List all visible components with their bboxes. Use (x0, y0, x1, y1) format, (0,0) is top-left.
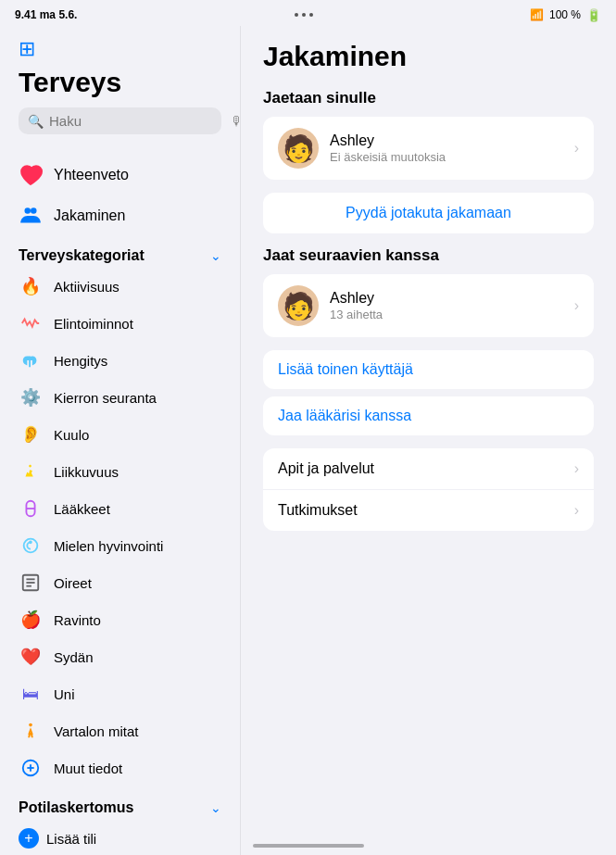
cycle-icon: ⚙️ (19, 385, 43, 409)
status-bar: 9.41 ma 5.6. 📶 100 % 🔋 (0, 0, 616, 26)
jaat-avatar: 🧑 (278, 285, 319, 326)
sidebar-top-icon-row: ⊞ (19, 37, 221, 61)
person-stand-icon (19, 719, 43, 743)
dot2 (302, 13, 306, 17)
jaat-card: 🧑 Ashley 13 aihetta › (263, 274, 594, 337)
mind-icon (19, 534, 43, 558)
sidebar-item-muut-tiedot[interactable]: Muut tiedot (0, 749, 240, 786)
fire-icon: 🔥 (19, 274, 43, 298)
persons-icon (19, 204, 43, 228)
sidebar-item-uni[interactable]: 🛏 Uni (0, 675, 240, 712)
sidebar-item-oireet[interactable]: Oireet (0, 564, 240, 601)
jaat-person-info: Ashley 13 aihetta (330, 290, 563, 321)
sidebar-header: ⊞ Terveys 🔍 🎙 (0, 26, 240, 155)
search-input[interactable] (49, 113, 225, 129)
apit-palvelut-chevron: › (574, 460, 579, 477)
jaat-chevron-right: › (574, 297, 579, 314)
dot3 (309, 13, 313, 17)
jaat-section-label: Jaat seuraavien kanssa (263, 246, 594, 265)
add-user-link-label: Lisää toinen käyttäjä (278, 361, 413, 378)
jakaminen-nav-label: Jakaminen (54, 207, 125, 224)
ravinto-label: Ravinto (54, 612, 101, 628)
muut-tiedot-label: Muut tiedot (54, 761, 122, 776)
kierron-seuranta-label: Kierron seuranta (54, 390, 157, 406)
liikkuvuus-label: Liikkuvuus (54, 464, 119, 480)
battery-label: 100 % (549, 8, 581, 21)
jaataan-avatar: 🧑 (278, 128, 319, 169)
wave-icon (19, 311, 43, 335)
uni-label: Uni (54, 686, 75, 702)
apit-palvelut-row[interactable]: Apit ja palvelut › (263, 448, 594, 490)
add-account-item[interactable]: + Lisää tili (0, 822, 240, 855)
wifi-icon: 📶 (530, 8, 544, 21)
jaataan-card: 🧑 Ashley Ei äskeisiä muutoksia › (263, 117, 594, 180)
sidebar-item-laakkeet[interactable]: Lääkkeet (0, 490, 240, 527)
pill-icon (19, 497, 43, 521)
bottom-links-card: Apit ja palvelut › Tutkimukset › (263, 448, 594, 531)
apple-icon: 🍎 (19, 608, 43, 632)
status-time: 9.41 ma 5.6. (15, 8, 77, 21)
sidebar-toggle-icon[interactable]: ⊞ (19, 37, 35, 60)
sidebar-item-ravinto[interactable]: 🍎 Ravinto (0, 601, 240, 638)
sidebar-item-sydan[interactable]: ❤️ Sydän (0, 638, 240, 675)
sidebar-item-kuulo[interactable]: 👂 Kuulo (0, 416, 240, 453)
hengitys-label: Hengitys (54, 353, 107, 369)
sidebar-item-aktiivisuus[interactable]: 🔥 Aktiivisuus (0, 268, 240, 305)
sidebar: ⊞ Terveys 🔍 🎙 Yhteenveto Jakaminen (0, 26, 241, 855)
potilaskertomus-title: Potilaskertomus (19, 799, 133, 816)
sidebar-item-mielen-hyvinvointi[interactable]: Mielen hyvinvointi (0, 527, 240, 564)
aktiivisuus-label: Aktiivisuus (54, 279, 119, 295)
potilaskertomus-header: Potilaskertomus ⌄ (0, 786, 240, 822)
sidebar-item-liikkuvuus[interactable]: Liikkuvuus (0, 453, 240, 490)
page-title: Jakaminen (263, 41, 594, 72)
plus-circle-icon (19, 756, 43, 780)
sidebar-item-vartalon-mitat[interactable]: Vartalon mitat (0, 712, 240, 749)
apit-palvelut-label: Apit ja palvelut (278, 460, 374, 477)
add-user-link[interactable]: Lisää toinen käyttäjä (263, 350, 594, 389)
sidebar-item-yhteenveto[interactable]: Yhteenveto (0, 155, 240, 195)
doctor-link-label: Jaa lääkärisi kanssa (278, 408, 411, 424)
jaat-person-row[interactable]: 🧑 Ashley 13 aihetta › (263, 274, 594, 337)
jaat-person-sub: 13 aihetta (330, 308, 563, 321)
sidebar-title: Terveys (19, 67, 221, 98)
home-bar (253, 844, 364, 848)
mielen-hyvinvointi-label: Mielen hyvinvointi (54, 538, 163, 554)
svg-point-0 (25, 207, 31, 214)
svg-point-1 (31, 207, 37, 214)
kuulo-label: Kuulo (54, 427, 89, 443)
search-bar[interactable]: 🔍 🎙 (19, 107, 221, 134)
terveyskategoriat-chevron[interactable]: ⌄ (210, 248, 221, 263)
add-account-icon: + (19, 828, 39, 849)
sidebar-item-elintoiminnot[interactable]: Elintoiminnot (0, 305, 240, 342)
add-account-label: Lisää tili (46, 831, 96, 847)
search-icon: 🔍 (28, 114, 44, 129)
main-content: Jakaminen Jaetaan sinulle 🧑 Ashley Ei äs… (241, 26, 616, 855)
jaataan-person-info: Ashley Ei äskeisiä muutoksia (330, 132, 563, 164)
heart-fill-icon: ❤️ (19, 645, 43, 669)
sidebar-item-jakaminen[interactable]: Jakaminen (0, 195, 240, 236)
status-center-dots (295, 13, 313, 17)
terveyskategoriat-header: Terveyskategoriat ⌄ (0, 236, 240, 268)
doctor-link[interactable]: Jaa lääkärisi kanssa (263, 396, 594, 435)
elintoiminnot-label: Elintoiminnot (54, 316, 133, 332)
jaataan-chevron-right: › (574, 140, 579, 157)
svg-point-5 (30, 541, 31, 543)
terveyskategoriat-title: Terveyskategoriat (19, 247, 145, 264)
sidebar-item-hengitys[interactable]: Hengitys (0, 342, 240, 379)
tutkimukset-chevron: › (574, 502, 579, 519)
status-right: 📶 100 % 🔋 (530, 8, 601, 22)
vartalon-mitat-label: Vartalon mitat (54, 723, 138, 739)
mic-icon[interactable]: 🎙 (231, 114, 241, 129)
jaataan-person-name: Ashley (330, 132, 563, 149)
svg-point-10 (29, 723, 32, 727)
jaat-person-name: Ashley (330, 290, 563, 307)
sidebar-item-kierron-seuranta[interactable]: ⚙️ Kierron seuranta (0, 379, 240, 416)
jaataan-person-row[interactable]: 🧑 Ashley Ei äskeisiä muutoksia › (263, 117, 594, 180)
invite-btn-label: Pyydä jotakuta jakamaan (346, 205, 511, 221)
bed-icon: 🛏 (19, 682, 43, 706)
invite-button[interactable]: Pyydä jotakuta jakamaan (263, 193, 594, 233)
potilaskertomus-chevron[interactable]: ⌄ (210, 800, 221, 815)
jaataan-person-sub: Ei äskeisiä muutoksia (330, 150, 563, 164)
lungs-icon (19, 348, 43, 372)
tutkimukset-row[interactable]: Tutkimukset › (263, 490, 594, 531)
